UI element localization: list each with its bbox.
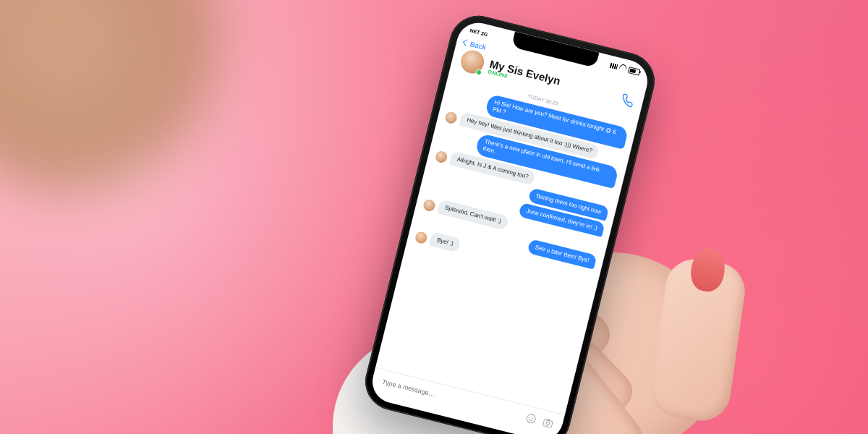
thumb: [647, 255, 749, 424]
svg-rect-3: [542, 420, 553, 427]
avatar: [422, 198, 436, 212]
online-dot-icon: [475, 69, 482, 76]
svg-point-1: [529, 417, 530, 418]
camera-icon[interactable]: [541, 416, 555, 430]
phone: NET 3G 14:40 Back: [359, 9, 661, 434]
smile-icon[interactable]: [524, 412, 538, 425]
svg-point-4: [545, 422, 550, 426]
avatar: [434, 150, 448, 163]
svg-point-2: [532, 418, 533, 419]
battery-icon: [628, 67, 641, 76]
avatar: [414, 231, 428, 244]
phone-icon: [620, 93, 636, 109]
hair-blur: [0, 0, 246, 217]
phone-body: NET 3G 14:40 Back: [359, 9, 661, 434]
carrier-label: NET 3G: [469, 27, 488, 37]
message-thread[interactable]: TODAY 16:23 Hi Sis! How are you? Meet fo…: [375, 72, 639, 414]
chevron-left-icon: [463, 39, 470, 46]
phone-screen: NET 3G 14:40 Back: [368, 18, 652, 434]
avatar: [444, 111, 458, 124]
signal-icon: [610, 62, 618, 69]
nail: [689, 246, 728, 294]
scene-background: NET 3G 14:40 Back: [0, 0, 868, 434]
avatar[interactable]: [459, 48, 487, 76]
wifi-icon: [618, 63, 628, 73]
call-button[interactable]: [620, 93, 636, 109]
svg-point-0: [526, 413, 537, 424]
